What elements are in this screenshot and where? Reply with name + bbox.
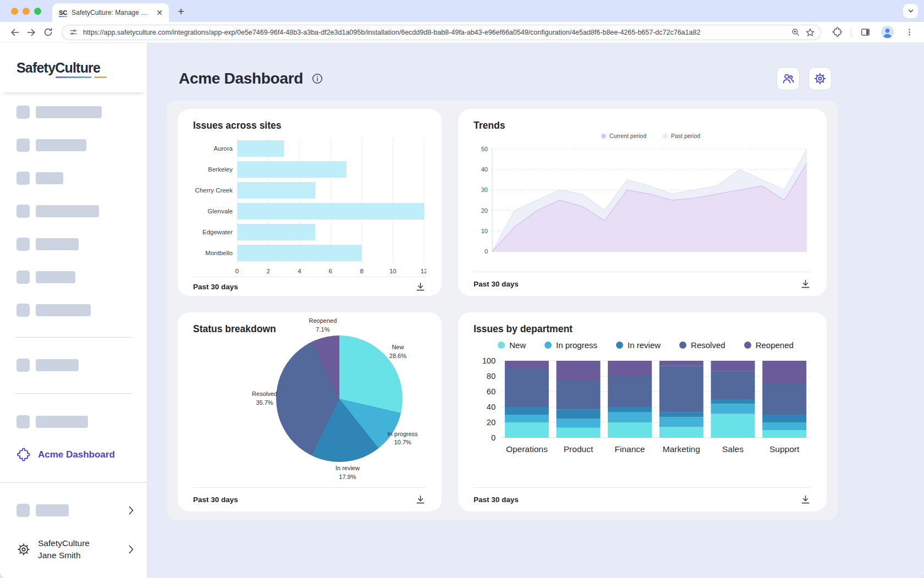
sidebar-skeleton-item: [16, 205, 134, 218]
sidebar-skeleton-item: [16, 271, 134, 284]
svg-text:4: 4: [298, 268, 301, 274]
legend-dot-icon: [498, 342, 505, 349]
pie-slice-label: Reopened7.1%: [309, 317, 337, 334]
users-icon: [782, 72, 795, 85]
forward-button[interactable]: [23, 24, 40, 41]
svg-text:50: 50: [481, 146, 488, 152]
card-title: Trends: [474, 120, 811, 131]
pie-slice-label: In progress10.7%: [388, 430, 418, 448]
svg-text:10: 10: [481, 228, 488, 234]
legend-item[interactable]: New: [498, 340, 526, 350]
puzzle-piece-icon: [16, 448, 31, 462]
three-dot-menu-icon: [905, 27, 914, 37]
pie-slice-label: Resolved35.7%: [252, 390, 277, 408]
svg-text:100: 100: [482, 356, 496, 365]
card-issues-by-department: Issues by department NewIn progressIn re…: [458, 312, 827, 511]
chevron-down-icon: [907, 7, 915, 15]
sidebar-skeleton-row-expandable[interactable]: [16, 504, 134, 517]
side-panel-button[interactable]: [857, 24, 873, 41]
svg-text:20: 20: [487, 418, 496, 427]
legend-dot-icon: [679, 342, 686, 349]
svg-text:6: 6: [329, 268, 332, 274]
sidebar-skeleton-item: [16, 359, 134, 372]
svg-text:8: 8: [360, 268, 363, 274]
browser-window: SC SafetyCulture: Manage Teams and... ✕ …: [0, 0, 924, 578]
legend-item[interactable]: In progress: [544, 340, 597, 350]
sidebar-item-acme-dashboard[interactable]: Acme Dashboard: [16, 448, 134, 462]
browser-menu-button[interactable]: [901, 24, 917, 41]
legend-label: In review: [628, 340, 661, 350]
sidebar-account[interactable]: SafetyCulture Jane Smith: [16, 537, 134, 562]
download-icon: [415, 494, 426, 505]
page-header: Acme Dashboard: [179, 66, 832, 91]
legend-label: In progress: [556, 340, 597, 350]
settings-button[interactable]: [809, 67, 832, 90]
svg-text:Aurora: Aurora: [213, 145, 233, 152]
svg-text:0: 0: [235, 268, 239, 274]
svg-text:Montbello: Montbello: [205, 250, 233, 256]
sidebar-skeleton-item: [16, 415, 134, 428]
sidebar: SafetyCulture Acme Dashboard: [0, 43, 147, 578]
logo-text-safety: Safety: [16, 60, 55, 75]
url-text: https://app.safetyculture.com/integratio…: [83, 29, 786, 36]
legend-label: New: [509, 340, 526, 350]
browser-tab[interactable]: SC SafetyCulture: Manage Teams and... ✕: [52, 3, 169, 22]
info-icon[interactable]: [312, 73, 323, 84]
card-title: Issues by department: [474, 323, 811, 335]
header-actions: [777, 67, 832, 90]
card-footer: Past 30 days: [193, 277, 426, 296]
bookmark-star-icon[interactable]: [805, 27, 815, 37]
legend-label: Reopened: [756, 340, 794, 350]
gear-icon: [16, 542, 31, 557]
main-content: Acme Dashboard Issues across sites 024: [147, 43, 924, 578]
legend-dot-icon: [663, 134, 668, 139]
card-status-breakdown: Status breakdown New28.6%In progress10.7…: [178, 312, 442, 511]
legend-dot-icon: [616, 342, 623, 349]
download-button[interactable]: [412, 278, 428, 295]
sidebar-skeleton-item: [16, 238, 134, 251]
site-settings-icon[interactable]: [69, 27, 78, 37]
svg-text:Support: Support: [769, 444, 800, 454]
svg-text:Glenvale: Glenvale: [208, 208, 233, 214]
legend-item[interactable]: Resolved: [679, 340, 725, 350]
sidebar-skeleton-item: [16, 139, 134, 152]
sites-bar-chart: 024681012AuroraBerkeleyCherry CreekGlenv…: [193, 137, 426, 277]
sidebar-divider: [15, 337, 133, 338]
legend-item[interactable]: In review: [616, 340, 661, 350]
card-footer: Past 30 days: [193, 487, 426, 511]
toolbar-right-cluster: [827, 24, 917, 41]
legend-label: Past period: [671, 133, 700, 139]
chevron-right-icon: [129, 506, 134, 515]
svg-text:12: 12: [421, 268, 426, 274]
extensions-button[interactable]: [829, 24, 845, 41]
download-button[interactable]: [797, 492, 813, 508]
download-button[interactable]: [797, 276, 813, 293]
legend-item[interactable]: Reopened: [744, 340, 794, 350]
trends-legend: Current periodPast period: [490, 133, 811, 139]
svg-text:60: 60: [487, 387, 496, 396]
legend-item[interactable]: Current period: [601, 133, 646, 139]
period-label: Past 30 days: [474, 496, 519, 504]
svg-text:Berkeley: Berkeley: [208, 166, 233, 173]
profile-button[interactable]: [879, 24, 895, 41]
manage-users-button[interactable]: [777, 67, 800, 90]
address-bar[interactable]: https://app.safetyculture.com/integratio…: [62, 25, 821, 40]
svg-text:30: 30: [481, 186, 488, 193]
svg-text:40: 40: [481, 166, 488, 173]
svg-text:40: 40: [487, 403, 496, 411]
download-icon: [800, 279, 811, 289]
tab-search-button[interactable]: [903, 4, 918, 18]
minimize-window-button[interactable]: [23, 8, 30, 15]
sidebar-item-label: Acme Dashboard: [38, 449, 115, 460]
back-button[interactable]: [7, 24, 23, 41]
svg-text:Cherry Creek: Cherry Creek: [195, 187, 233, 194]
download-button[interactable]: [412, 492, 428, 508]
forward-arrow-icon: [26, 27, 37, 38]
close-window-button[interactable]: [11, 8, 18, 15]
zoom-icon[interactable]: [791, 27, 800, 37]
reload-button[interactable]: [40, 24, 56, 41]
maximize-window-button[interactable]: [34, 8, 41, 15]
legend-item[interactable]: Past period: [663, 133, 700, 139]
new-tab-button[interactable]: +: [178, 5, 184, 17]
tab-close-icon[interactable]: ✕: [155, 8, 164, 17]
